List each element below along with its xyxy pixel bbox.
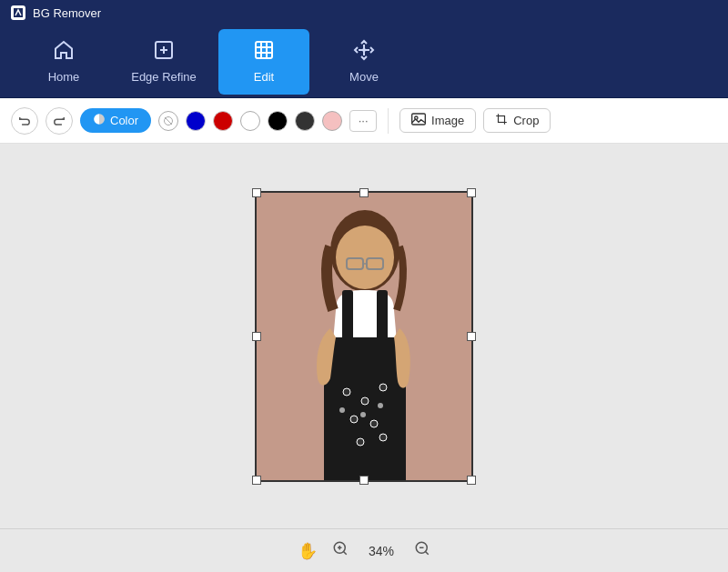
color-blue[interactable] xyxy=(186,111,206,131)
color-icon xyxy=(93,113,106,128)
canvas-area xyxy=(0,144,728,528)
color-label: Color xyxy=(110,114,138,127)
svg-point-18 xyxy=(379,384,387,391)
image-icon xyxy=(411,113,426,128)
redo-button[interactable] xyxy=(46,107,73,135)
svg-point-24 xyxy=(360,412,366,417)
nav-edge-refine[interactable]: Edge Refine xyxy=(118,29,209,95)
nav-move-label: Move xyxy=(349,70,379,84)
edge-refine-icon xyxy=(153,39,175,65)
color-red[interactable] xyxy=(213,111,233,131)
titlebar: BG Remover xyxy=(0,0,728,25)
nav-home[interactable]: Home xyxy=(18,29,109,95)
move-icon xyxy=(353,39,375,65)
app-icon xyxy=(11,5,25,20)
svg-point-21 xyxy=(357,438,364,446)
image-container xyxy=(255,191,473,482)
svg-point-17 xyxy=(361,397,369,405)
color-button[interactable]: Color xyxy=(80,108,151,133)
zoom-bar: ✋ 34% xyxy=(0,528,728,572)
crop-icon xyxy=(495,113,508,128)
nav-move[interactable]: Move xyxy=(318,29,410,95)
svg-rect-2 xyxy=(256,42,272,58)
svg-rect-8 xyxy=(499,116,505,123)
app-title: BG Remover xyxy=(33,6,101,20)
nav-edge-refine-label: Edge Refine xyxy=(131,70,197,84)
crop-button[interactable]: Crop xyxy=(483,108,551,133)
nav-edit-label: Edit xyxy=(254,70,274,84)
home-icon xyxy=(53,39,75,65)
svg-point-23 xyxy=(339,407,345,413)
crop-label: Crop xyxy=(513,114,539,127)
svg-point-20 xyxy=(370,420,378,427)
toolbar-separator xyxy=(388,108,389,134)
undo-button[interactable] xyxy=(11,107,38,135)
svg-line-5 xyxy=(165,117,172,125)
more-colors-button[interactable]: ··· xyxy=(349,110,377,132)
svg-rect-14 xyxy=(342,290,353,340)
svg-rect-15 xyxy=(377,290,388,340)
svg-point-16 xyxy=(343,388,350,396)
color-black[interactable] xyxy=(268,111,288,131)
svg-point-19 xyxy=(350,416,358,423)
image-label: Image xyxy=(431,114,464,127)
image-button[interactable]: Image xyxy=(399,108,476,133)
image-preview[interactable] xyxy=(255,191,473,482)
edit-icon xyxy=(253,39,275,65)
svg-line-31 xyxy=(425,551,428,554)
color-white[interactable] xyxy=(240,111,260,131)
erase-swatch[interactable] xyxy=(158,111,178,131)
color-pink[interactable] xyxy=(322,111,342,131)
zoom-in-icon[interactable] xyxy=(332,540,349,561)
toolbar: Color ··· Image xyxy=(0,98,728,144)
navbar: Home Edge Refine Edit Move xyxy=(0,25,728,98)
zoom-level: 34% xyxy=(363,544,399,558)
svg-line-27 xyxy=(343,551,346,554)
more-icon: ··· xyxy=(359,114,369,127)
nav-edit[interactable]: Edit xyxy=(218,29,309,95)
zoom-out-icon[interactable] xyxy=(414,540,430,561)
hand-tool-icon[interactable]: ✋ xyxy=(298,541,318,561)
svg-point-10 xyxy=(336,226,394,289)
svg-point-22 xyxy=(379,434,387,441)
svg-point-25 xyxy=(378,403,383,408)
nav-home-label: Home xyxy=(48,70,80,84)
color-dark[interactable] xyxy=(295,111,315,131)
main-wrapper: ✋ 34% xyxy=(0,144,728,572)
